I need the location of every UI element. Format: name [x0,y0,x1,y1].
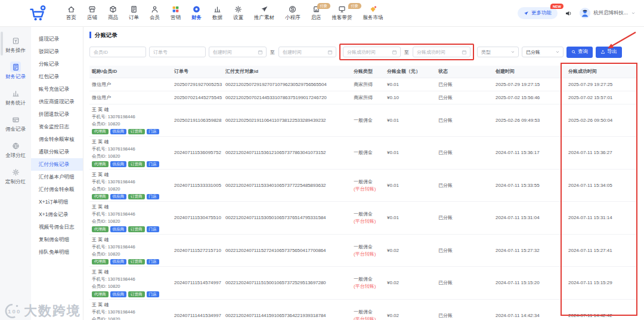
amount-cell: ¥0.01 [385,104,436,137]
create-time-start-picker[interactable]: 创建时间 [209,47,267,57]
table-row[interactable]: 微信用户 202507291927005253 0022120250729192… [89,78,637,91]
nav-item-market[interactable]: 服务市场 [358,5,389,21]
submenu-item[interactable]: 账号充值记录 [31,83,83,96]
submenu-item[interactable]: 分账记录 [31,58,83,70]
status-cell: 已分账 [436,299,493,320]
success-time-start-picker[interactable]: 分账成功时间 [343,47,401,57]
table-row[interactable]: 王 英 雄 手机号: 13076198446 会员ID: 10820 代理商供应… [89,267,637,300]
member-badges: 代理商供应商订货商门店 [92,194,169,200]
create-time-end-picker[interactable]: 创建时间 [278,47,336,57]
table-row[interactable]: 王 英 雄 手机号: 13076198446 会员ID: 10820 代理商供应… [89,202,637,235]
nav-item-marketing[interactable]: 营销 [165,5,186,21]
table-row[interactable]: 王 英 雄 手机号: 13076198446 会员ID: 10820 代理商供应… [89,137,637,170]
sidebar-group-finance-records[interactable]: 财务记录 [0,61,31,81]
submenu-item[interactable]: 拼团退款记录 [31,108,83,121]
speaker-icon[interactable] [565,10,572,17]
table-row[interactable]: 微信用户 202507021445275545 0022120250702144… [89,91,637,104]
table-row[interactable]: 王 英 雄 手机号: 13076198446 会员ID: 10820 代理商供应… [89,234,637,267]
member-phone: 手机号: 13076198446 [92,276,169,282]
pay-id-cell: 002212024071115361210657377863041073152 [223,137,351,170]
submenu-item[interactable]: X+1订单明细 [31,196,83,208]
member-phone: 手机号: 13076198446 [92,114,169,120]
layout: 财务操作 财务记录 财务统计 佣金记录 全球分红 定制分红 提现记录驳回记录分账… [0,27,644,320]
col-nickname: 昵称/会员ID [89,66,172,78]
member-role-badge: 门店 [147,161,159,167]
created-time-cell: 2024-07-11 15:15:20 [493,267,566,300]
submenu-item[interactable]: 排队免单明细 [31,246,83,259]
col-pay-id: 汇付支付对象id [223,66,351,78]
avatar [580,8,590,19]
sidebar-group-global-bonus[interactable]: 全球分红 [0,140,31,159]
submenu-item[interactable]: 汇付佣金转余额 [31,183,83,196]
submenu-item[interactable]: 佣金转余额审核 [31,133,83,146]
member-badges: 代理商供应商订货商门店 [92,161,169,167]
submenu-item[interactable]: 红包记录 [31,70,83,83]
member-role-badge: 订货商 [128,226,145,232]
nav-item-openshop[interactable]: 启店 付费 [306,5,327,21]
pay-id-cell: 002212024071114415910657364221939318784 [223,299,351,320]
nav-item-tuike[interactable]: 推客带货 付费 [327,5,358,21]
split-type-note: (平台转账) [354,316,382,320]
custom-bonus-icon [10,167,21,177]
submenu-item[interactable]: 供应商提现记录 [31,96,83,108]
table-row[interactable]: 王 英 雄 手机号: 13076198446 会员ID: 10820 代理商供应… [89,104,637,137]
marketing-icon [172,5,179,13]
nav-item-shop[interactable]: 店铺 [82,5,103,21]
success-time-end-picker[interactable]: 分账成功时间 [413,47,470,57]
status-select[interactable]: 已分账 [522,47,564,57]
nav-item-miniapp[interactable]: 小程序 [280,5,306,21]
records-table: 昵称/会员ID 订单号 汇付支付对象id 分账类型 分账金额（元） 状态 创建时… [89,66,637,320]
table-row[interactable]: 王 英 雄 手机号: 13076198446 会员ID: 10820 代理商供应… [89,169,637,202]
created-time-cell: 2024-07-11 14:42:34 [493,299,566,320]
nav-item-data[interactable]: 数据 [207,5,228,21]
chevron-down-icon [510,50,515,54]
search-button[interactable]: 查询 [566,47,593,58]
sidebar-group-custom-bonus[interactable]: 定制分红 [0,167,31,186]
member-phone: 手机号: 13076198446 [92,309,169,315]
to-label: 至 [404,49,410,56]
chevron-down-icon [631,11,636,16]
sidebar-group-commission[interactable]: 佣金记录 [0,114,31,133]
nav-item-member[interactable]: 会员 [144,5,165,21]
more-features-label: 更多功能 [531,10,552,17]
amount-cell: ¥0.01 [385,169,436,202]
submenu-item[interactable]: 视频号佣金日志 [31,221,83,233]
created-time-cell: 2024-07-11 15:33:55 [493,169,566,202]
submenu-item[interactable]: 通联分账记录 [31,146,83,158]
submenu-item[interactable]: 驳回记录 [31,45,83,58]
sidebar-group-finance-ops[interactable]: 财务操作 [0,35,31,54]
nav-item-promo[interactable]: 推广素材 [249,5,280,21]
nav-item-settings[interactable]: 设置 [228,5,249,21]
settings-icon [234,5,242,13]
table-row[interactable]: 王 英 雄 手机号: 13076198446 会员ID: 10820 代理商供应… [89,299,637,320]
member-id-input[interactable] [89,47,146,57]
nav-item-order[interactable]: 订单 [123,5,144,21]
submenu-item[interactable]: 汇付分账记录 [31,158,83,171]
member-role-badge: 供应商 [110,129,127,135]
submenu-item[interactable]: 汇付基本户明细 [31,171,83,183]
nav-item-goods[interactable]: 商品 [103,5,123,21]
cart-logo-icon[interactable] [27,5,48,21]
submenu-item[interactable]: 提现记录 [31,33,83,45]
status-cell: 已分账 [436,91,493,104]
top-nav: 首页 店铺 商品 订单 会员 营销 财务 数据 设置 推广素材 [61,5,389,21]
scrollbar-thumb[interactable] [1,32,3,56]
submenu-item[interactable]: X+1佣金记录 [31,208,83,221]
pay-id-cell: 002212024071115334010657377225485893632 [223,169,351,202]
account-menu[interactable]: 杭州启博科技... [580,8,636,19]
amount-cell: ¥0.01 [385,78,436,91]
split-type: 一般佣金 [354,309,382,315]
member-phone: 手机号: 13076198446 [92,244,169,250]
nav-item-home[interactable]: 首页 [61,5,82,21]
member-role-badge: 代理商 [92,291,109,297]
submenu-item[interactable]: 资金监控日志 [31,121,83,133]
type-select[interactable]: 类型 [477,47,519,57]
order-no-input[interactable] [149,47,206,57]
nav-item-finance[interactable]: 财务 [186,5,207,21]
sidebar-group-finance-stats[interactable]: 财务统计 [0,88,31,107]
export-button[interactable]: 导出 [596,47,622,58]
user-nickname: 微信用户 [92,94,169,101]
amount-cell: ¥0.02 [385,299,436,320]
more-features-button[interactable]: 更多功能 NEW [518,7,558,19]
submenu-item[interactable]: 复制佣金明细 [31,233,83,246]
